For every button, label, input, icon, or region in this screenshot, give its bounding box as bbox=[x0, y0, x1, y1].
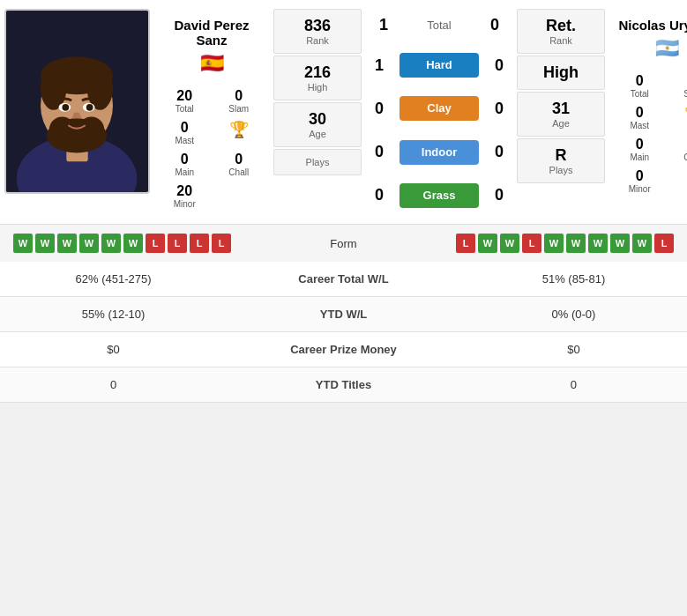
right-minor-stat: 0 Minor bbox=[614, 167, 666, 196]
right-age-label: Age bbox=[522, 118, 600, 129]
right-chall-label: Chall bbox=[670, 152, 688, 162]
left-slam-stat: 0 Slam bbox=[213, 86, 265, 115]
left-chall-stat: 0 Chall bbox=[213, 150, 265, 179]
left-high-value: 216 bbox=[279, 63, 356, 82]
grass-score-row: 0 Grass 0 bbox=[366, 183, 512, 208]
left-hard-score: 1 bbox=[366, 56, 392, 75]
right-player-name: Nicolas Uryson bbox=[618, 18, 687, 33]
form-badge: W bbox=[101, 234, 121, 253]
form-badge: L bbox=[212, 234, 231, 253]
right-mast-stat: 0 Mast bbox=[614, 103, 666, 132]
left-player-info: David Perez Sanz 🇪🇸 20 Total 0 Slam 0 Ma… bbox=[154, 9, 269, 215]
stats-left-value: 0 bbox=[0, 367, 227, 403]
right-trophy-cell: 🏆 bbox=[668, 103, 688, 132]
right-plays-value: R bbox=[522, 146, 600, 165]
right-slam-value: 0 bbox=[670, 73, 688, 89]
total-score-row: 1 Total 0 bbox=[366, 16, 512, 34]
stats-row: 55% (12-10)YTD W/L0% (0-0) bbox=[0, 297, 687, 332]
form-badge: W bbox=[79, 234, 99, 253]
stats-table: 62% (451-275)Career Total W/L51% (85-81)… bbox=[0, 262, 687, 403]
hard-surface-btn: Hard bbox=[400, 53, 479, 78]
left-minor-label: Minor bbox=[161, 199, 209, 209]
left-indoor-score: 0 bbox=[366, 143, 392, 161]
right-plays-label: Plays bbox=[522, 165, 600, 175]
right-form-badges: LWWLWWWWWL bbox=[388, 234, 675, 253]
stats-center-label: YTD Titles bbox=[227, 367, 460, 403]
right-total-label: Total bbox=[616, 89, 664, 99]
right-total-value: 0 bbox=[616, 73, 664, 89]
stats-right-value: 0% (0-0) bbox=[460, 297, 687, 332]
right-hard-score: 0 bbox=[486, 56, 512, 75]
clay-score-row: 0 Clay 0 bbox=[366, 96, 512, 121]
stats-center-label: YTD W/L bbox=[227, 297, 460, 332]
indoor-score-row: 0 Indoor 0 bbox=[366, 140, 512, 165]
stats-left-value: 62% (451-275) bbox=[0, 262, 227, 297]
right-stats-panel: Ret. Rank High 31 Age R Plays bbox=[517, 9, 605, 215]
form-section: WWWWWWLLLL Form LWWLWWWWWL bbox=[0, 224, 687, 262]
left-plays-box: Plays bbox=[273, 149, 362, 175]
right-minor-label: Minor bbox=[616, 184, 664, 194]
right-indoor-score: 0 bbox=[486, 143, 512, 161]
left-player-photo bbox=[4, 9, 150, 194]
hard-score-row: 1 Hard 0 bbox=[366, 53, 512, 78]
indoor-surface-btn: Indoor bbox=[400, 140, 479, 165]
left-rank-box: 836 Rank bbox=[273, 9, 362, 54]
left-high-label: High bbox=[279, 82, 356, 93]
left-form-badges: WWWWWWLLLL bbox=[13, 234, 300, 253]
right-mast-value: 0 bbox=[616, 105, 664, 121]
form-badge: W bbox=[610, 234, 630, 253]
left-trophy-cell: 🏆 bbox=[213, 118, 265, 147]
form-badge: W bbox=[632, 234, 652, 253]
form-badge: W bbox=[35, 234, 55, 253]
stats-right-value: 0 bbox=[460, 367, 687, 403]
right-total-stat: 0 Total bbox=[614, 71, 666, 100]
left-total-value: 20 bbox=[161, 88, 209, 104]
left-mast-label: Mast bbox=[161, 136, 209, 145]
left-plays-label: Plays bbox=[279, 157, 356, 167]
form-badge: W bbox=[57, 234, 77, 253]
svg-point-9 bbox=[62, 104, 69, 111]
right-rank-box: Ret. Rank bbox=[517, 9, 605, 54]
form-badge: W bbox=[566, 234, 586, 253]
right-grass-score: 0 bbox=[486, 186, 512, 204]
form-badge: L bbox=[522, 234, 541, 253]
left-slam-value: 0 bbox=[215, 88, 264, 104]
form-badge: L bbox=[456, 234, 475, 253]
left-age-label: Age bbox=[279, 129, 356, 139]
right-slam-label: Slam bbox=[670, 89, 688, 99]
left-career-stats: 20 Total 0 Slam 0 Mast 🏆 0 Main bbox=[159, 86, 265, 211]
right-chall-value: 0 bbox=[670, 137, 688, 152]
left-clay-score: 0 bbox=[366, 100, 392, 118]
left-mast-stat: 0 Mast bbox=[159, 118, 211, 147]
right-minor-value: 0 bbox=[616, 168, 664, 184]
right-plays-box: R Plays bbox=[517, 138, 605, 183]
stats-row: $0Career Prize Money$0 bbox=[0, 332, 687, 367]
right-rank-value: Ret. bbox=[522, 17, 600, 35]
svg-point-13 bbox=[78, 117, 104, 143]
grass-surface-btn: Grass bbox=[400, 183, 479, 208]
left-stats-panel: 836 Rank 216 High 30 Age Plays bbox=[273, 9, 362, 215]
left-player-name: David Perez Sanz bbox=[159, 18, 265, 48]
right-career-stats: 0 Total 0 Slam 0 Mast 🏆 0 Main bbox=[614, 71, 687, 196]
left-trophy-icon: 🏆 bbox=[229, 121, 249, 138]
stats-center-label: Career Total W/L bbox=[227, 262, 460, 297]
right-age-box: 31 Age bbox=[517, 92, 605, 137]
players-section: David Perez Sanz 🇪🇸 20 Total 0 Slam 0 Ma… bbox=[0, 0, 687, 224]
main-container: David Perez Sanz 🇪🇸 20 Total 0 Slam 0 Ma… bbox=[0, 0, 687, 403]
form-badge: L bbox=[654, 234, 674, 253]
form-badge: L bbox=[168, 234, 187, 253]
form-badge: W bbox=[500, 234, 519, 253]
right-main-value: 0 bbox=[616, 137, 664, 152]
svg-point-12 bbox=[49, 117, 75, 143]
total-label: Total bbox=[404, 19, 474, 32]
left-total-stat: 20 Total bbox=[159, 86, 211, 115]
left-total-score: 1 bbox=[370, 16, 397, 34]
form-badge: W bbox=[588, 234, 608, 253]
stats-row: 62% (451-275)Career Total W/L51% (85-81) bbox=[0, 262, 687, 297]
right-rank-label: Rank bbox=[522, 35, 600, 46]
stats-row: 0YTD Titles0 bbox=[0, 367, 687, 403]
left-rank-value: 836 bbox=[279, 17, 356, 35]
left-minor-stat: 20 Minor bbox=[159, 182, 211, 211]
left-chall-label: Chall bbox=[215, 167, 264, 177]
right-main-stat: 0 Main bbox=[614, 135, 666, 164]
